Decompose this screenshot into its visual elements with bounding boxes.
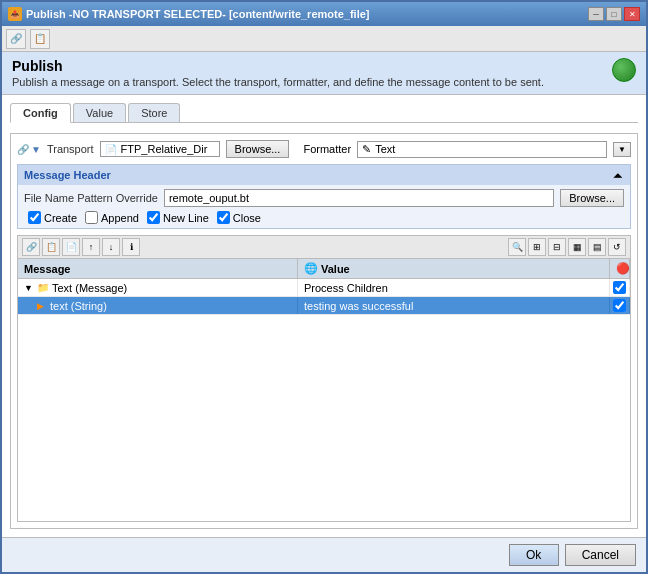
table-down-btn[interactable]: ↓ (102, 238, 120, 256)
table-grid2-btn[interactable]: ⊟ (548, 238, 566, 256)
row-check-0[interactable] (613, 281, 626, 294)
message-header-title: Message Header (24, 169, 111, 181)
titlebar: 📤 Publish -NO TRANSPORT SELECTED- [conte… (2, 2, 646, 26)
page-title: Publish (12, 58, 544, 74)
td-check-0 (610, 279, 630, 296)
create-label: Create (44, 212, 77, 224)
tab-config[interactable]: Config (10, 103, 71, 123)
formatter-label: Formatter (303, 143, 351, 155)
formatter-dropdown[interactable]: ▼ (613, 142, 631, 157)
message-table-container: 🔗 📋 📄 ↑ ↓ ℹ 🔍 ⊞ ⊟ ▦ ▤ ↺ (17, 235, 631, 522)
close-label: Close (233, 212, 261, 224)
transport-link[interactable]: 🔗 ▼ (17, 144, 41, 155)
page-header: Publish Publish a message on a transport… (2, 52, 646, 95)
table-info-btn[interactable]: ℹ (122, 238, 140, 256)
link-arrow: ▼ (31, 144, 41, 155)
expand-icon-0[interactable]: ▼ (24, 283, 34, 293)
minimize-button[interactable]: ─ (588, 7, 604, 21)
table-row-selected[interactable]: ▶ text (String) testing was successful (18, 297, 630, 315)
td-value-0: Process Children (298, 279, 610, 296)
filename-browse-button[interactable]: Browse... (560, 189, 624, 207)
th-value: 🌐 Value (298, 259, 610, 278)
th-message: Message (18, 259, 298, 278)
checkbox-close[interactable]: Close (217, 211, 261, 224)
td-message-1: ▶ text (String) (18, 297, 298, 314)
table-copy2-btn[interactable]: 📄 (62, 238, 80, 256)
table-body: ▼ 📁 Text (Message) Process Children (18, 279, 630, 521)
newline-checkbox[interactable] (147, 211, 160, 224)
message-header-content: File Name Pattern Override Browse... Cre… (18, 185, 630, 228)
page-description: Publish a message on a transport. Select… (12, 76, 544, 88)
filename-label: File Name Pattern Override (24, 192, 158, 204)
table-header: Message 🌐 Value 🔴 (18, 259, 630, 279)
table-row[interactable]: ▼ 📁 Text (Message) Process Children (18, 279, 630, 297)
table-toolbar-right: 🔍 ⊞ ⊟ ▦ ▤ ↺ (508, 238, 626, 256)
table-grid1-btn[interactable]: ⊞ (528, 238, 546, 256)
globe-icon (612, 58, 636, 82)
table-copy-btn[interactable]: 📋 (42, 238, 60, 256)
toolbar-button-1[interactable]: 🔗 (6, 29, 26, 49)
td-message-0: ▼ 📁 Text (Message) (18, 279, 298, 296)
value-header-icon: 🌐 (304, 262, 318, 275)
message-text-0: Text (Message) (52, 282, 127, 294)
collapse-icon: ⏶ (612, 168, 624, 182)
value-text-0: Process Children (304, 282, 388, 294)
message-text-1: text (String) (50, 300, 107, 312)
th-check: 🔴 (610, 259, 630, 278)
page-header-left: Publish Publish a message on a transport… (12, 58, 544, 88)
expand-icon-1[interactable]: ▶ (37, 301, 47, 311)
table-toolbar-left: 🔗 📋 📄 ↑ ↓ ℹ (22, 238, 140, 256)
config-panel: 🔗 ▼ Transport 📄 FTP_Relative_Dir Browse.… (10, 133, 638, 529)
formatter-value: Text (375, 143, 395, 155)
table-grid3-btn[interactable]: ▦ (568, 238, 586, 256)
table-refresh-btn[interactable]: ↺ (608, 238, 626, 256)
titlebar-left: 📤 Publish -NO TRANSPORT SELECTED- [conte… (8, 7, 369, 21)
transport-field: 📄 FTP_Relative_Dir (100, 141, 220, 157)
table-toolbar: 🔗 📋 📄 ↑ ↓ ℹ 🔍 ⊞ ⊟ ▦ ▤ ↺ (18, 236, 630, 259)
td-value-1: testing was successful (298, 297, 610, 314)
toolbar-button-2[interactable]: 📋 (30, 29, 50, 49)
tab-store[interactable]: Store (128, 103, 180, 122)
formatter-text-icon: ✎ (362, 143, 371, 156)
close-checkbox[interactable] (217, 211, 230, 224)
message-header-section: Message Header ⏶ File Name Pattern Overr… (17, 164, 631, 229)
transport-row: 🔗 ▼ Transport 📄 FTP_Relative_Dir Browse.… (17, 140, 631, 158)
cancel-button[interactable]: Cancel (565, 544, 636, 566)
footer: Ok Cancel (2, 537, 646, 572)
toolbar: 🔗 📋 (2, 26, 646, 52)
append-checkbox[interactable] (85, 211, 98, 224)
maximize-button[interactable]: □ (606, 7, 622, 21)
transport-browse-button[interactable]: Browse... (226, 140, 290, 158)
app-icon: 📤 (8, 7, 22, 21)
checkbox-newline[interactable]: New Line (147, 211, 209, 224)
titlebar-controls: ─ □ ✕ (588, 7, 640, 21)
checkboxes-row: Create Append New Line Close (24, 211, 624, 224)
message-header-title-bar[interactable]: Message Header ⏶ (18, 165, 630, 185)
link-icon: 🔗 (17, 144, 29, 155)
checkbox-append[interactable]: Append (85, 211, 139, 224)
checkbox-create[interactable]: Create (28, 211, 77, 224)
tree-item-1: ▶ text (String) (24, 300, 107, 312)
close-button[interactable]: ✕ (624, 7, 640, 21)
create-checkbox[interactable] (28, 211, 41, 224)
filename-row: File Name Pattern Override Browse... (24, 189, 624, 207)
formatter-field: ✎ Text (357, 141, 607, 158)
filename-input[interactable] (164, 189, 554, 207)
th-message-label: Message (24, 263, 70, 275)
td-check-1 (610, 297, 630, 314)
tab-value[interactable]: Value (73, 103, 126, 122)
table-link-btn[interactable]: 🔗 (22, 238, 40, 256)
window-title: Publish -NO TRANSPORT SELECTED- [content… (26, 8, 369, 20)
row-check-1[interactable] (613, 299, 626, 312)
folder-icon-0: 📁 (37, 282, 49, 293)
dialog-body: Config Value Store 🔗 ▼ Transport 📄 FTP_R… (2, 95, 646, 537)
main-window: 📤 Publish -NO TRANSPORT SELECTED- [conte… (0, 0, 648, 574)
newline-label: New Line (163, 212, 209, 224)
file-icon: 📄 (105, 144, 117, 155)
table-up-btn[interactable]: ↑ (82, 238, 100, 256)
tree-item-0: ▼ 📁 Text (Message) (24, 282, 127, 294)
ok-button[interactable]: Ok (509, 544, 559, 566)
table-grid4-btn[interactable]: ▤ (588, 238, 606, 256)
transport-value: FTP_Relative_Dir (121, 143, 208, 155)
table-zoom-btn[interactable]: 🔍 (508, 238, 526, 256)
